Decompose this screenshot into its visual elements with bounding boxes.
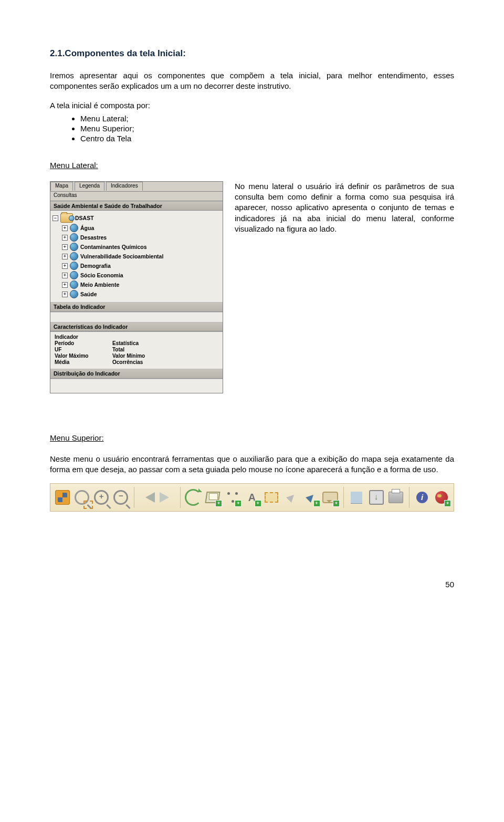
- char-label: Valor Mínimo: [112, 353, 145, 359]
- tree-area: − DSAST +Água+Desastres+Contaminantes Qu…: [50, 211, 223, 302]
- page-number: 50: [50, 580, 454, 589]
- expand-icon[interactable]: +: [62, 244, 68, 250]
- char-label: Total: [112, 347, 124, 352]
- save-map-icon[interactable]: [368, 488, 385, 507]
- expand-icon[interactable]: +: [62, 225, 68, 231]
- toolbar-divider: [134, 487, 134, 508]
- characteristic-row: PeríodoEstatística: [50, 340, 223, 347]
- char-label: Ocorrências: [112, 360, 143, 365]
- tab-mapa[interactable]: Mapa: [50, 182, 73, 191]
- globe-icon: [70, 262, 78, 270]
- globe-icon: [70, 243, 78, 251]
- tree-item[interactable]: +Vulnerabilidade Socioambiental: [51, 252, 222, 261]
- globe-icon: [70, 233, 78, 242]
- toolbar-divider: [409, 487, 410, 508]
- tab-row: Mapa Legenda Indicadores: [50, 182, 223, 192]
- globe-icon: [70, 280, 78, 289]
- tree-item-label: Desastres: [80, 235, 107, 241]
- list-item: Menu Lateral;: [80, 114, 454, 123]
- tree-item-label: Demografia: [80, 263, 111, 269]
- subsection-menu-lateral: Menu Lateral:: [50, 161, 454, 170]
- expand-icon[interactable]: +: [62, 273, 68, 278]
- layers-icon[interactable]: +: [204, 488, 222, 507]
- paragraph-menu-superior: Neste menu o usuário encontrará ferramen…: [50, 454, 454, 475]
- identify-icon[interactable]: +: [302, 488, 319, 507]
- char-label: Estatística: [112, 341, 139, 346]
- paragraph-intro: Iremos apresentar aqui os componentes qu…: [50, 70, 454, 92]
- panel-blank: [50, 312, 223, 322]
- globe-icon: [70, 252, 78, 261]
- globe-icon: [70, 271, 78, 279]
- zoom-box-icon[interactable]: [73, 488, 90, 507]
- tree-item[interactable]: +Contaminantes Químicos: [51, 242, 222, 252]
- globe-icon: [70, 224, 78, 232]
- characteristic-row: Valor MáximoValor Mínimo: [50, 353, 223, 359]
- tree-item-label: Contaminantes Químicos: [80, 244, 147, 250]
- zoom-in-icon[interactable]: [93, 488, 110, 507]
- tree-item[interactable]: +Saúde: [51, 289, 222, 299]
- print-icon[interactable]: [387, 488, 404, 507]
- tree-item[interactable]: +Sócio Economia: [51, 270, 222, 280]
- next-extent-icon[interactable]: [158, 488, 175, 507]
- tree-item-label: Saúde: [80, 292, 97, 297]
- char-label: Período: [55, 341, 112, 346]
- characteristic-row: MédiaOcorrências: [50, 359, 223, 366]
- refresh-icon[interactable]: [185, 488, 202, 507]
- tree-item-label: Meio Ambiente: [80, 282, 119, 288]
- annotation-icon[interactable]: +: [322, 488, 339, 507]
- select-rect-icon[interactable]: [263, 488, 280, 507]
- figure-menu-lateral: Mapa Legenda Indicadores Consultas Saúde…: [50, 181, 223, 393]
- char-label: Média: [55, 360, 112, 365]
- panel-blank: [50, 379, 223, 393]
- header-distribuicao[interactable]: Distribuição do Indicador: [50, 369, 223, 379]
- char-label: UF: [55, 347, 112, 352]
- tab-consultas[interactable]: Consultas: [50, 192, 223, 201]
- expand-icon[interactable]: +: [62, 263, 68, 269]
- folder-icon: [60, 213, 73, 223]
- tree-item-label: Vulnerabilidade Socioambiental: [80, 254, 163, 259]
- components-list: Menu Lateral; Menu Superior; Centro da T…: [50, 114, 454, 143]
- expand-icon[interactable]: +: [62, 254, 68, 259]
- tree-item-label: Sócio Economia: [80, 273, 123, 278]
- collapse-icon[interactable]: −: [52, 215, 58, 221]
- tree-item[interactable]: +Desastres: [51, 233, 222, 242]
- group-header-saude-ambiental[interactable]: Saúde Ambiental e Saúde do Trabalhador: [50, 201, 223, 211]
- expand-icon[interactable]: +: [62, 282, 68, 288]
- tab-indicadores[interactable]: Indicadores: [106, 182, 143, 191]
- tree-item-label: Água: [80, 225, 94, 231]
- section-title: 2.1.Componentes da tela Inicial:: [50, 48, 454, 59]
- tree-item[interactable]: +Água: [51, 223, 222, 233]
- full-extent-icon[interactable]: [54, 488, 71, 507]
- characteristic-row: UFTotal: [50, 347, 223, 353]
- pointer-icon[interactable]: [282, 488, 300, 507]
- list-item: Centro da Tela: [80, 134, 454, 143]
- subsection-menu-superior: Menu Superior:: [50, 433, 454, 442]
- paragraph-menu-lateral: No menu lateral o usuário irá definir os…: [235, 181, 454, 234]
- prev-extent-icon[interactable]: [139, 488, 156, 507]
- label-icon[interactable]: A+: [243, 488, 260, 507]
- list-item: Menu Superior;: [80, 124, 454, 133]
- characteristics-panel: IndicadorPeríodoEstatísticaUFTotalValor …: [50, 331, 223, 369]
- paragraph-composed: A tela inicial é composta por:: [50, 100, 454, 111]
- zoom-out-icon[interactable]: [112, 488, 130, 507]
- char-label: Indicador: [55, 335, 112, 340]
- expand-icon[interactable]: +: [62, 235, 68, 241]
- header-tabela-indicador[interactable]: Tabela do Indicador: [50, 302, 223, 312]
- header-caracteristicas[interactable]: Características do Indicador: [50, 322, 223, 332]
- tree-root[interactable]: − DSAST: [51, 213, 222, 223]
- legend-icon[interactable]: [348, 488, 365, 507]
- toolbar-divider: [180, 487, 181, 508]
- info-icon[interactable]: i: [413, 488, 430, 507]
- tree-item[interactable]: +Meio Ambiente: [51, 280, 222, 289]
- tree-root-label: DSAST: [75, 215, 94, 221]
- overview-icon[interactable]: +: [433, 488, 450, 507]
- globe-icon: [70, 290, 78, 298]
- expand-icon[interactable]: +: [62, 292, 68, 297]
- figure-menu-superior-toolbar: + + A+ + + i +: [50, 483, 454, 512]
- toolbar-divider: [343, 487, 344, 508]
- characteristic-row: Indicador: [50, 334, 223, 340]
- features-icon[interactable]: +: [224, 488, 241, 507]
- char-label: Valor Máximo: [55, 353, 112, 359]
- tree-item[interactable]: +Demografia: [51, 261, 222, 270]
- tab-legenda[interactable]: Legenda: [75, 182, 104, 191]
